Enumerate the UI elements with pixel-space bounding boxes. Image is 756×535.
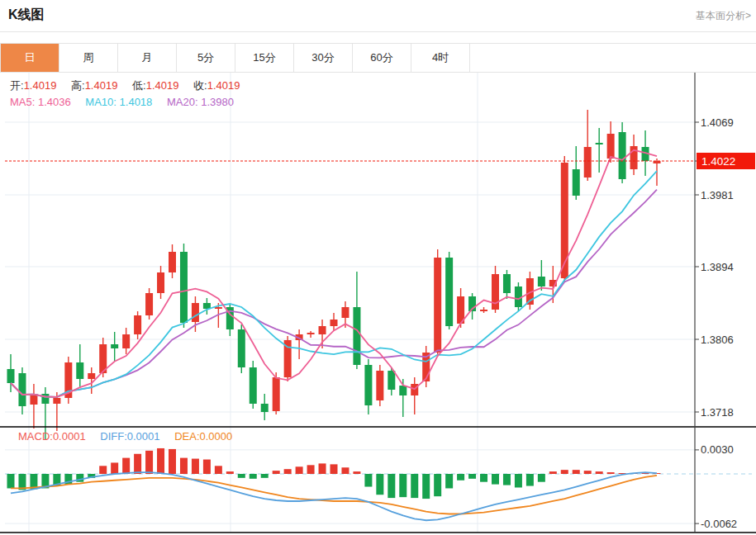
- price-tick-label: 1.3981: [701, 189, 734, 201]
- price-tick-label: 1.4069: [701, 116, 734, 129]
- high-value: 1.4019: [85, 79, 118, 92]
- macd-bar: [364, 474, 372, 487]
- macd-bar: [273, 471, 280, 474]
- price-tick-label: 1.3894: [701, 261, 734, 273]
- macd-bar: [607, 472, 615, 474]
- candlestick: [307, 333, 315, 334]
- macd-bar: [7, 474, 15, 488]
- ma20-line: [11, 190, 657, 397]
- macd-tick-label: 0.0030: [701, 443, 734, 456]
- macd-bar: [411, 474, 418, 498]
- macd-bar: [261, 474, 269, 478]
- macd-bar: [226, 471, 234, 474]
- candlestick: [341, 307, 349, 318]
- macd-bar: [492, 474, 499, 485]
- current-price-label: 1.4022: [701, 155, 735, 168]
- macd-bar: [157, 448, 164, 474]
- macd-bar: [122, 458, 130, 474]
- ma5-value: 1.4036: [38, 96, 71, 108]
- candlestick: [330, 320, 338, 326]
- macd-bar: [480, 474, 487, 482]
- candlestick: [561, 163, 568, 278]
- candlestick: [122, 334, 130, 348]
- macd-bar: [203, 460, 211, 474]
- candlestick: [261, 404, 269, 412]
- dea-label: DEA:: [174, 430, 199, 443]
- macd-bar: [596, 471, 603, 474]
- macd-bar: [468, 474, 476, 479]
- macd-bar: [215, 466, 222, 474]
- macd-bar: [515, 474, 522, 487]
- ma5-label: MA5:: [10, 96, 35, 108]
- candlestick: [573, 169, 580, 196]
- ma20-value: 1.3980: [201, 96, 234, 108]
- candlestick: [584, 147, 592, 178]
- candlestick: [480, 310, 487, 311]
- macd-bar: [538, 474, 545, 482]
- macd-bar: [250, 474, 257, 479]
- dea-line: [11, 476, 657, 514]
- low-value: 1.4019: [146, 79, 179, 92]
- candlestick: [76, 362, 83, 379]
- candlestick: [319, 326, 326, 334]
- candlestick: [619, 132, 626, 179]
- close-label: 收:: [193, 79, 207, 92]
- candlestick: [538, 277, 545, 286]
- price-tick-label: 1.3806: [701, 334, 734, 346]
- macd-bar: [503, 474, 511, 485]
- macd-bar: [422, 474, 430, 499]
- macd-bar: [307, 465, 315, 474]
- macd-bar: [445, 474, 453, 488]
- grid-layer: [5, 73, 695, 533]
- macd-histogram: [7, 448, 661, 499]
- macd-bar: [134, 454, 141, 474]
- macd-bar: [111, 462, 118, 474]
- candlestick: [376, 371, 383, 400]
- kline-widget: K线图 基本面分析> 日周月5分15分30分60分4时 1.40691.3981…: [0, 0, 756, 535]
- dea-value: 0.0000: [200, 430, 233, 443]
- candlestick: [434, 258, 441, 353]
- candlestick: [399, 386, 407, 395]
- ma10-label: MA10:: [85, 96, 116, 108]
- diff-line: [11, 472, 657, 520]
- candlestick: [111, 344, 118, 348]
- macd-bar: [353, 471, 360, 474]
- macd-tick-label: -0.0062: [701, 518, 737, 530]
- open-label: 开:: [10, 79, 24, 92]
- price-tick-label: 1.3718: [701, 406, 734, 419]
- high-label: 高:: [71, 79, 85, 92]
- macd-bar: [526, 474, 534, 486]
- candlestick: [607, 134, 615, 159]
- macd-legend: MACD:0.0001 DIFF:0.0001 DEA:0.0000: [18, 430, 232, 443]
- candles-layer: [7, 110, 661, 439]
- candlestick: [88, 373, 95, 379]
- candlestick: [250, 367, 257, 404]
- candlestick: [445, 258, 453, 326]
- macd-bar: [145, 451, 153, 474]
- candlestick: [169, 252, 176, 272]
- macd-bar: [341, 467, 349, 474]
- macd-bar: [584, 471, 592, 474]
- candlestick: [134, 315, 141, 334]
- diff-value: 0.0001: [127, 430, 160, 443]
- ma-legend: MA5: 1.4036 MA10: 1.4018 MA20: 1.3980: [10, 96, 234, 108]
- macd-bar: [296, 466, 303, 474]
- macd-bar: [399, 474, 407, 497]
- candlestick: [238, 329, 245, 367]
- ma20-label: MA20:: [167, 96, 198, 108]
- macd-bar: [192, 459, 199, 474]
- candlestick: [492, 274, 499, 310]
- candlestick: [180, 252, 188, 323]
- macd-bar: [284, 469, 292, 474]
- candlestick: [192, 303, 199, 322]
- macd-bar: [573, 470, 580, 474]
- close-value: 1.4019: [207, 79, 240, 92]
- candlestick: [596, 143, 603, 144]
- macd-bar: [238, 474, 245, 478]
- candlestick: [215, 307, 222, 309]
- macd-bar: [99, 466, 107, 474]
- diff-label: DIFF:: [100, 430, 127, 443]
- candlestick: [157, 272, 164, 293]
- low-label: 低:: [132, 79, 146, 92]
- ma5-line: [11, 150, 657, 397]
